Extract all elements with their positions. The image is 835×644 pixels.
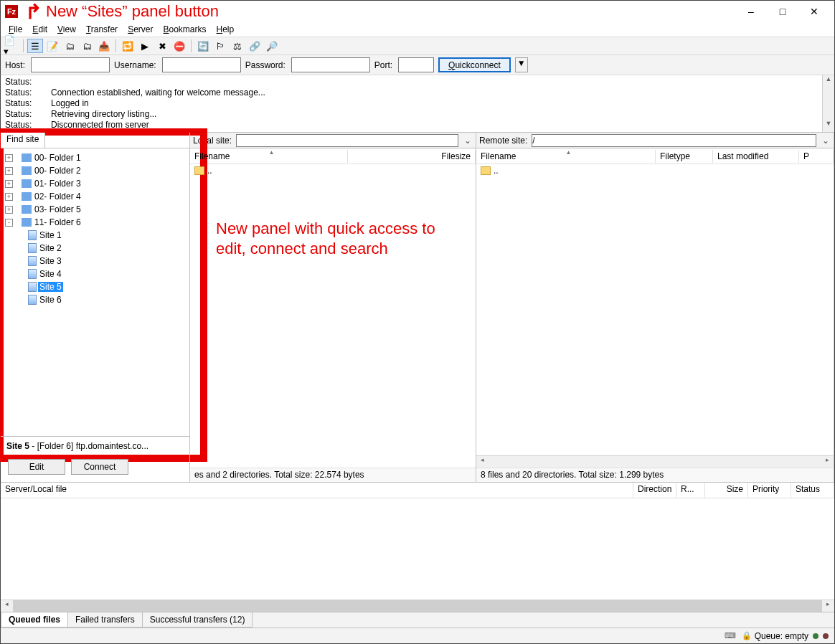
menu-file[interactable]: File — [4, 24, 27, 35]
remote-hscroll[interactable]: ◂▸ — [476, 455, 834, 468]
connect-button[interactable]: Connect — [71, 459, 128, 475]
queue-hscroll[interactable]: ◂▸ — [1, 600, 834, 612]
cancel-icon[interactable]: ✖ — [154, 39, 170, 53]
tree-folder[interactable]: +01- Folder 3 — [2, 177, 188, 190]
tree-folder[interactable]: -11- Folder 6 — [2, 216, 188, 229]
lock-icon: 🔒 — [742, 631, 752, 640]
port-input[interactable] — [398, 57, 434, 72]
queue-col-direction[interactable]: Direction — [633, 483, 676, 498]
maximize-button[interactable]: □ — [767, 1, 798, 22]
file-name: .. — [207, 166, 212, 176]
menu-bookmarks[interactable]: Bookmarks — [158, 24, 211, 35]
sync-browse-icon[interactable]: 🔗 — [247, 39, 263, 53]
expand-icon[interactable]: + — [5, 180, 13, 188]
toggle-log-icon[interactable]: 📝 — [44, 39, 60, 53]
reconnect-icon[interactable]: 🔄 — [195, 39, 211, 53]
search-icon[interactable]: 🔎 — [264, 39, 280, 53]
site-label: Site 4 — [38, 269, 63, 279]
expand-icon[interactable]: + — [5, 154, 13, 162]
queue-col-status[interactable]: Status — [791, 483, 834, 498]
process-queue-icon[interactable]: ▶ — [137, 39, 153, 53]
log-key: Status: — [5, 120, 34, 131]
menu-transfer[interactable]: Transfer — [81, 24, 123, 35]
remote-path-dropdown[interactable]: ⌄ — [821, 136, 831, 146]
tab-successful[interactable]: Successful transfers (12) — [142, 612, 253, 628]
local-path-input[interactable] — [236, 134, 458, 147]
compare-icon[interactable]: ⚖ — [230, 39, 245, 53]
local-file-list[interactable]: .. — [190, 164, 476, 468]
annotation-title: New “Sites” panel button — [46, 2, 219, 21]
tree-folder[interactable]: +03- Folder 5 — [2, 203, 188, 216]
tree-site[interactable]: Site 4 — [2, 267, 188, 280]
tree-site[interactable]: Site 5 — [2, 280, 188, 293]
expand-icon[interactable]: + — [5, 193, 13, 201]
quickconnect-dropdown[interactable]: ▼ — [515, 57, 528, 72]
remote-path-input[interactable] — [532, 134, 816, 147]
remote-col-filetype[interactable]: Filetype — [656, 150, 713, 163]
log-key: Status: — [5, 87, 34, 98]
folder-icon — [194, 166, 204, 175]
tree-site[interactable]: Site 2 — [2, 242, 188, 255]
toggle-local-tree-icon[interactable]: 🗂 — [62, 39, 77, 53]
expand-icon[interactable]: - — [5, 219, 13, 227]
site-icon — [28, 282, 37, 292]
host-label: Host: — [5, 60, 25, 70]
menu-server[interactable]: Server — [123, 24, 158, 35]
find-site-tab[interactable]: Find site — [1, 133, 45, 148]
quickconnect-bar: Host: Username: Password: Port: Quickcon… — [1, 55, 834, 75]
folder-label: 00- Folder 2 — [33, 166, 82, 176]
filter-icon[interactable]: 🏳 — [212, 39, 228, 53]
username-input[interactable] — [162, 57, 241, 72]
menu-edit[interactable]: Edit — [27, 24, 52, 35]
queue-col-priority[interactable]: Priority — [748, 483, 791, 498]
remote-col-modified[interactable]: Last modified — [713, 150, 799, 163]
toggle-sites-panel-icon[interactable]: ☰ — [27, 39, 43, 53]
menu-view[interactable]: View — [52, 24, 81, 35]
tree-folder[interactable]: +00- Folder 2 — [2, 164, 188, 177]
local-col-filesize[interactable]: Filesize — [348, 150, 476, 163]
tree-folder[interactable]: +02- Folder 4 — [2, 190, 188, 203]
password-input[interactable] — [291, 57, 370, 72]
local-col-filename[interactable]: Filename▲ — [190, 150, 348, 163]
tree-site[interactable]: Site 1 — [2, 229, 188, 242]
toggle-queue-icon[interactable]: 📥 — [96, 39, 112, 53]
remote-col-permissions[interactable]: P — [799, 150, 834, 163]
toggle-remote-tree-icon[interactable]: 🗂 — [79, 39, 95, 53]
refresh-icon[interactable]: 🔁 — [120, 39, 136, 53]
disconnect-icon[interactable]: ⛔ — [171, 39, 187, 53]
tree-folder[interactable]: +00- Folder 1 — [2, 151, 188, 164]
expand-icon[interactable]: + — [5, 167, 13, 175]
menu-help[interactable]: Help — [212, 24, 240, 35]
edit-button[interactable]: Edit — [8, 459, 65, 475]
log-msg: Retrieving directory listing... — [51, 109, 156, 120]
folder-icon — [22, 179, 32, 188]
remote-status: 8 files and 20 directories. Total size: … — [476, 468, 834, 482]
expand-icon[interactable]: + — [5, 206, 13, 214]
folder-label: 00- Folder 1 — [33, 153, 82, 163]
queue-tabs: Queued files Failed transfers Successful… — [1, 612, 834, 628]
tree-site[interactable]: Site 3 — [2, 255, 188, 267]
remote-file-list[interactable]: .. — [476, 164, 834, 455]
site-manager-icon[interactable]: 📄▾ — [4, 39, 19, 53]
list-item[interactable]: .. — [190, 164, 476, 177]
tree-site[interactable]: Site 6 — [2, 293, 188, 306]
queue-col-remote[interactable]: R... — [676, 483, 705, 498]
host-input[interactable] — [31, 57, 110, 72]
log-scrollbar[interactable]: ▲▼ — [822, 75, 834, 132]
tab-failed[interactable]: Failed transfers — [67, 612, 143, 628]
minimize-button[interactable]: – — [735, 1, 767, 22]
folder-icon — [22, 205, 32, 214]
close-button[interactable]: ✕ — [798, 1, 830, 22]
remote-pane: Remote site: ⌄ Filename▲ Filetype Last m… — [476, 133, 834, 482]
local-path-dropdown[interactable]: ⌄ — [463, 136, 473, 146]
remote-col-filename[interactable]: Filename▲ — [476, 150, 656, 163]
sites-tree[interactable]: +00- Folder 1+00- Folder 2+01- Folder 3+… — [1, 148, 189, 436]
queue-col-file[interactable]: Server/Local file — [1, 483, 633, 498]
queue-body[interactable] — [1, 498, 834, 600]
list-item[interactable]: .. — [476, 164, 834, 177]
remote-site-label: Remote site: — [479, 136, 527, 146]
quickconnect-button[interactable]: Quickconnect — [438, 57, 511, 72]
tab-queued[interactable]: Queued files — [1, 612, 68, 628]
queue-col-size[interactable]: Size — [705, 483, 748, 498]
site-icon — [28, 295, 37, 305]
